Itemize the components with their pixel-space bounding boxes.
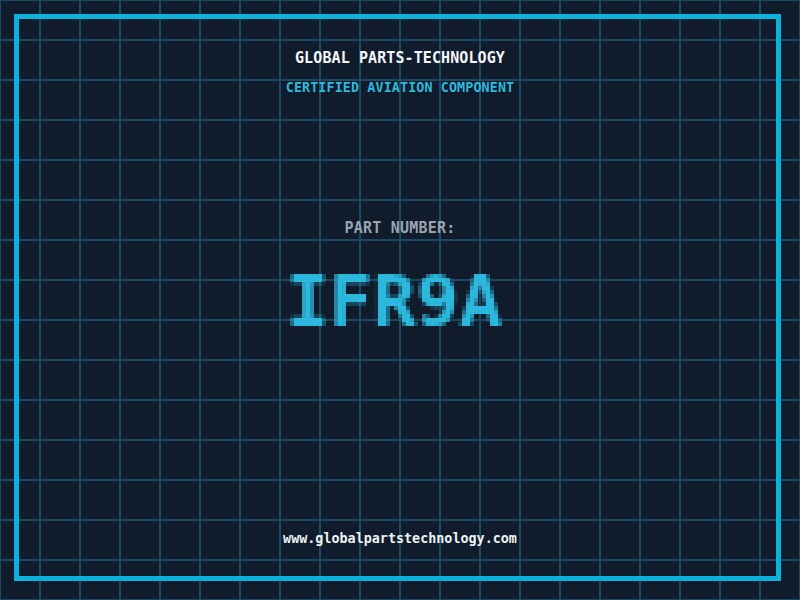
company-name: GLOBAL PARTS-TECHNOLOGY — [0, 50, 800, 67]
part-number-display — [282, 262, 522, 342]
certificate-page: GLOBAL PARTS-TECHNOLOGY CERTIFIED AVIATI… — [0, 0, 800, 600]
part-number-label: PART NUMBER: — [0, 220, 800, 237]
certification-tagline: CERTIFIED AVIATION COMPONENT — [0, 81, 800, 96]
website-url: www.globalpartstechnology.com — [0, 532, 800, 547]
